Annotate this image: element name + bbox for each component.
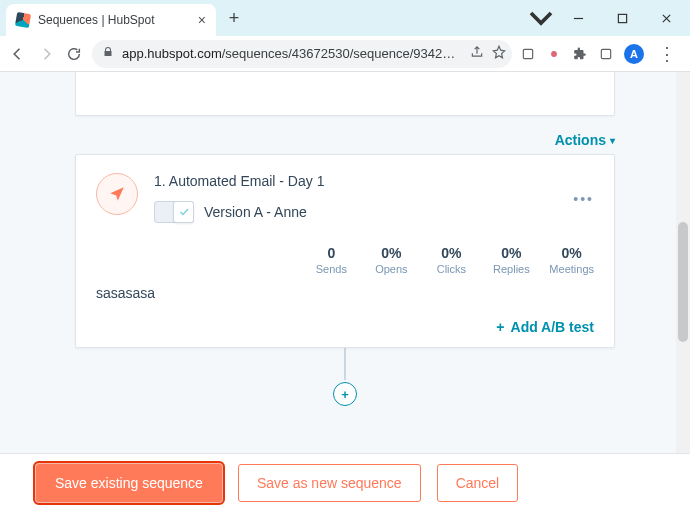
stats-row: 0Sends 0%Opens 0%Clicks 0%Replies 0%Meet…: [96, 245, 594, 275]
url-text: app.hubspot.com/sequences/43672530/seque…: [122, 46, 462, 61]
extension-icon-1[interactable]: [520, 46, 536, 62]
step-connector-line: [344, 348, 346, 366]
hubspot-favicon: [16, 13, 30, 27]
add-step-button[interactable]: +: [333, 382, 357, 406]
browser-addressbar: app.hubspot.com/sequences/43672530/seque…: [0, 36, 690, 72]
browser-titlebar: Sequences | HubSpot × +: [0, 0, 690, 36]
save-as-new-sequence-button[interactable]: Save as new sequence: [238, 464, 421, 502]
footer-bar: Save existing sequence Save as new seque…: [0, 453, 690, 511]
svg-rect-1: [618, 14, 626, 22]
cancel-button[interactable]: Cancel: [437, 464, 519, 502]
actions-dropdown[interactable]: Actions ▾: [555, 132, 615, 148]
stat-clicks: 0%Clicks: [429, 245, 473, 275]
vertical-scrollbar[interactable]: [676, 72, 690, 453]
actions-label: Actions: [555, 132, 606, 148]
email-body-preview: sasasasa: [96, 285, 594, 301]
profile-avatar[interactable]: A: [624, 44, 644, 64]
svg-rect-4: [523, 49, 532, 58]
extension-icon-2[interactable]: [546, 46, 562, 62]
minimize-button[interactable]: [556, 4, 600, 32]
bookmark-star-icon[interactable]: [492, 45, 506, 62]
close-tab-icon[interactable]: ×: [198, 13, 206, 27]
step-connector-line: [344, 366, 346, 380]
share-icon[interactable]: [470, 45, 484, 62]
page-content: Actions ▾ 1. Automated Email - Day 1 Ver: [0, 72, 690, 511]
stat-sends: 0Sends: [309, 245, 353, 275]
scrollbar-thumb[interactable]: [678, 222, 688, 342]
nav-back-button[interactable]: [8, 44, 28, 64]
plus-icon: +: [496, 319, 504, 335]
caret-down-icon: ▾: [610, 135, 615, 146]
url-field[interactable]: app.hubspot.com/sequences/43672530/seque…: [92, 40, 512, 68]
send-icon: [96, 173, 138, 215]
extensions-puzzle-icon[interactable]: [572, 46, 588, 62]
close-window-button[interactable]: [644, 4, 688, 32]
new-tab-button[interactable]: +: [220, 4, 248, 32]
card-overflow-menu[interactable]: •••: [573, 191, 594, 207]
maximize-button[interactable]: [600, 4, 644, 32]
sequence-step-card: 1. Automated Email - Day 1 Version A - A…: [75, 154, 615, 348]
stat-opens: 0%Opens: [369, 245, 413, 275]
nav-reload-button[interactable]: [64, 44, 84, 64]
previous-step-card[interactable]: [75, 72, 615, 116]
svg-point-5: [551, 51, 557, 57]
svg-rect-6: [601, 49, 610, 58]
add-ab-test-label: Add A/B test: [511, 319, 594, 335]
lock-icon: [102, 46, 114, 61]
nav-forward-button[interactable]: [36, 44, 56, 64]
add-ab-test-button[interactable]: + Add A/B test: [496, 319, 594, 335]
stat-meetings: 0%Meetings: [549, 245, 594, 275]
extension-icon-3[interactable]: [598, 46, 614, 62]
browser-menu-icon[interactable]: ⋮: [654, 43, 680, 65]
browser-tab[interactable]: Sequences | HubSpot ×: [6, 4, 216, 36]
version-label: Version A - Anne: [204, 204, 307, 220]
stat-replies: 0%Replies: [489, 245, 533, 275]
step-title: 1. Automated Email - Day 1: [154, 173, 594, 189]
save-existing-sequence-button[interactable]: Save existing sequence: [36, 464, 222, 502]
chevron-down-icon[interactable]: [526, 4, 556, 32]
version-toggle[interactable]: [154, 201, 194, 223]
tab-title: Sequences | HubSpot: [38, 13, 190, 27]
window-controls: [526, 0, 688, 36]
